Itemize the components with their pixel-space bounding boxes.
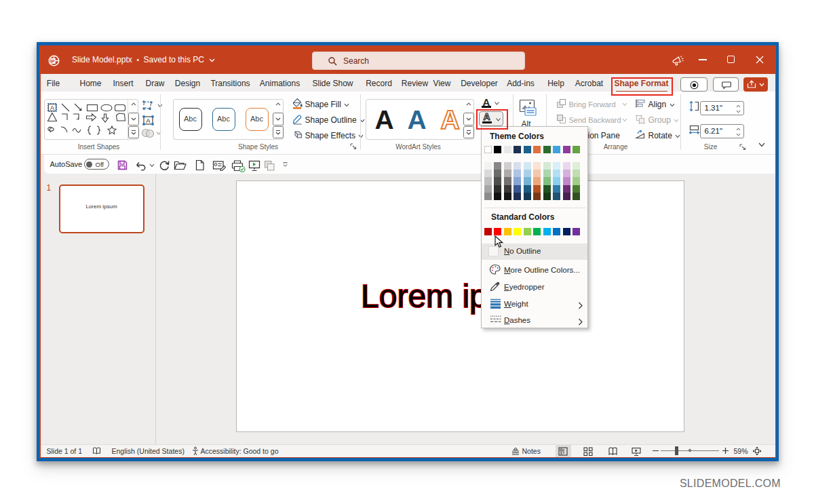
svg-text:P: P: [51, 58, 55, 64]
svg-text:A: A: [50, 104, 54, 111]
svg-text:A: A: [146, 117, 151, 124]
